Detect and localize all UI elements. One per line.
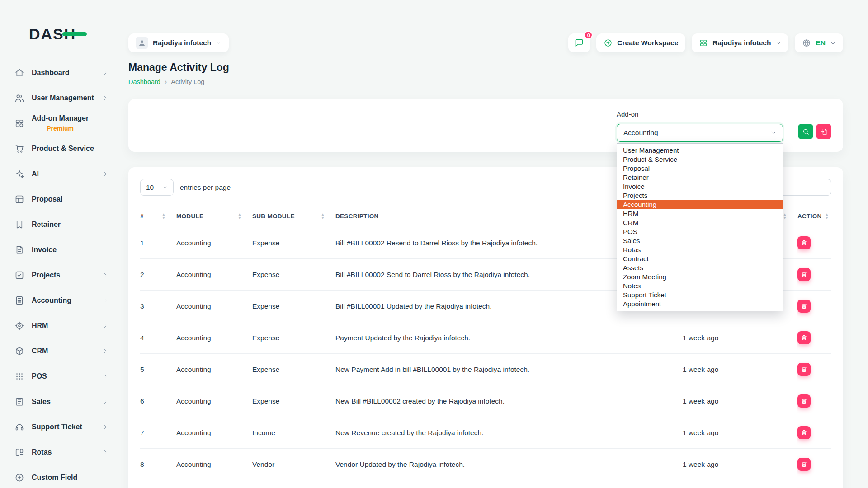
dropdown-option-crm[interactable]: CRM bbox=[617, 218, 783, 227]
rotas-icon bbox=[14, 447, 24, 457]
trash-icon bbox=[801, 239, 807, 246]
dropdown-option-user-management[interactable]: User Management bbox=[617, 146, 783, 155]
delete-activity-button[interactable] bbox=[797, 300, 811, 313]
dropdown-option-pos[interactable]: POS bbox=[617, 227, 783, 236]
app-logo[interactable]: DASH bbox=[29, 25, 76, 43]
search-icon bbox=[802, 128, 810, 136]
sidebar-item-label: Dashboard bbox=[32, 68, 70, 77]
delete-activity-button[interactable] bbox=[797, 268, 811, 281]
dropdown-option-retainer[interactable]: Retainer bbox=[617, 173, 783, 182]
dropdown-option-assets[interactable]: Assets bbox=[617, 263, 783, 272]
chevron-right-icon bbox=[102, 373, 108, 380]
breadcrumb-dashboard-link[interactable]: Dashboard bbox=[128, 78, 160, 85]
column-header-action[interactable]: ACTION▲▼ bbox=[797, 209, 831, 227]
dropdown-option-projects[interactable]: Projects bbox=[617, 191, 783, 200]
sidebar-item-user-management[interactable]: User Management bbox=[0, 85, 118, 111]
module-cell: Accounting bbox=[176, 322, 252, 354]
sort-icon[interactable]: ▲▼ bbox=[825, 213, 829, 220]
sidebar-item-retainer[interactable]: Retainer bbox=[0, 212, 118, 237]
sidebar-item-rotas[interactable]: Rotas bbox=[0, 440, 118, 465]
sidebar-item-product-service[interactable]: Product & Service bbox=[0, 136, 118, 161]
action-cell bbox=[797, 385, 831, 417]
sidebar-item-ai[interactable]: AI bbox=[0, 161, 118, 187]
sidebar-item-invoice[interactable]: Invoice bbox=[0, 237, 118, 263]
description-cell: New Bill #BILL00002 created by the Rajod… bbox=[335, 385, 683, 417]
table-row: 5AccountingExpenseNew Payment Add in bil… bbox=[140, 354, 831, 385]
sidebar-item-accounting[interactable]: Accounting bbox=[0, 288, 118, 313]
dropdown-option-hrm[interactable]: HRM bbox=[617, 209, 783, 218]
sort-icon[interactable]: ▲▼ bbox=[783, 213, 787, 220]
delete-activity-button[interactable] bbox=[797, 394, 811, 408]
workspace-dropdown[interactable]: Rajodiya infotech bbox=[692, 33, 788, 52]
users-icon bbox=[14, 93, 24, 103]
sidebar-item-hrm[interactable]: HRM bbox=[0, 313, 118, 338]
product-service-icon bbox=[14, 144, 24, 154]
sidebar-item-label: AI bbox=[32, 169, 39, 178]
dropdown-option-proposal[interactable]: Proposal bbox=[617, 164, 783, 173]
action-cell bbox=[797, 227, 831, 259]
search-button[interactable] bbox=[798, 124, 813, 139]
sidebar-item-label: Add-on ManagerPremium bbox=[32, 114, 89, 133]
dropdown-option-product-service[interactable]: Product & Service bbox=[617, 155, 783, 164]
create-workspace-button[interactable]: Create Workspace bbox=[596, 33, 685, 52]
dropdown-option-appointment[interactable]: Appointment bbox=[617, 300, 783, 309]
date-cell: 1 week ago bbox=[683, 354, 797, 385]
column-header-label: MODULE bbox=[176, 213, 203, 220]
dropdown-option-invoice[interactable]: Invoice bbox=[617, 182, 783, 191]
sort-icon[interactable]: ▲▼ bbox=[321, 213, 325, 220]
addon-select-value: Accounting bbox=[623, 129, 658, 137]
sidebar-item-projects[interactable]: Projects bbox=[0, 263, 118, 288]
column-header-num[interactable]: #▲▼ bbox=[140, 209, 176, 227]
dropdown-option-accounting[interactable]: Accounting bbox=[617, 200, 783, 209]
sidebar-item-custom-field[interactable]: Custom Field bbox=[0, 465, 118, 488]
dropdown-option-sales[interactable]: Sales bbox=[617, 236, 783, 245]
dropdown-option-notes[interactable]: Notes bbox=[617, 282, 783, 291]
description-cell: New Payment Add in bill #BILL00001 by th… bbox=[335, 354, 683, 385]
sort-icon[interactable]: ▲▼ bbox=[238, 213, 241, 220]
sidebar-item-proposal[interactable]: Proposal bbox=[0, 187, 118, 212]
sidebar-item-pos[interactable]: POS bbox=[0, 364, 118, 389]
chevron-right-icon bbox=[102, 399, 108, 405]
sub-module-cell: Expense bbox=[252, 291, 335, 322]
messages-button[interactable]: 0 bbox=[568, 33, 590, 52]
delete-activity-button[interactable] bbox=[797, 426, 811, 439]
table-row: 8AccountingVendorVendor Updated by the R… bbox=[140, 449, 831, 480]
sidebar-menu: DashboardUser ManagementAdd-on ManagerPr… bbox=[0, 60, 118, 488]
language-dropdown[interactable]: EN bbox=[795, 33, 843, 52]
chevron-down-icon bbox=[770, 130, 776, 136]
breadcrumb-current: Activity Log bbox=[171, 78, 204, 85]
column-header-sub-module[interactable]: SUB MODULE▲▼ bbox=[252, 209, 335, 227]
dropdown-option-rotas[interactable]: Rotas bbox=[617, 245, 783, 254]
sidebar-item-sales[interactable]: Sales bbox=[0, 389, 118, 414]
chevron-right-icon bbox=[102, 348, 108, 354]
delete-activity-button[interactable] bbox=[797, 363, 811, 376]
addon-select[interactable]: Accounting bbox=[617, 124, 783, 142]
addon-label: Add-on bbox=[617, 109, 783, 120]
dropdown-option-contract[interactable]: Contract bbox=[617, 254, 783, 263]
module-cell: Accounting bbox=[176, 291, 252, 322]
sidebar-item-add-on-manager[interactable]: Add-on ManagerPremium bbox=[0, 111, 118, 136]
reset-button[interactable] bbox=[816, 124, 831, 139]
sidebar-item-crm[interactable]: CRM bbox=[0, 338, 118, 364]
dropdown-option-zoom-meeting[interactable]: Zoom Meeting bbox=[617, 272, 783, 282]
delete-activity-button[interactable] bbox=[797, 331, 811, 344]
column-header-label: # bbox=[140, 213, 144, 220]
column-header-module[interactable]: MODULE▲▼ bbox=[176, 209, 252, 227]
row-number: 6 bbox=[140, 385, 176, 417]
entries-per-page-select[interactable]: 10 bbox=[140, 179, 174, 196]
row-number: 1 bbox=[140, 227, 176, 259]
delete-activity-button[interactable] bbox=[797, 458, 811, 471]
sidebar-item-support-ticket[interactable]: Support Ticket bbox=[0, 414, 118, 440]
dropdown-option-support-ticket[interactable]: Support Ticket bbox=[617, 291, 783, 300]
sidebar-item-dashboard[interactable]: Dashboard bbox=[0, 60, 118, 85]
description-cell: New Vendor created by the Rajodiya infot… bbox=[335, 480, 683, 488]
delete-activity-button[interactable] bbox=[797, 236, 811, 249]
sort-icon[interactable]: ▲▼ bbox=[162, 213, 165, 220]
row-number: 3 bbox=[140, 291, 176, 322]
action-cell bbox=[797, 449, 831, 480]
create-workspace-label: Create Workspace bbox=[617, 39, 678, 47]
profile-dropdown[interactable]: Rajodiya infotech bbox=[128, 33, 229, 52]
sidebar-item-label: Retainer bbox=[32, 220, 61, 229]
row-number: 2 bbox=[140, 259, 176, 291]
row-number: 7 bbox=[140, 417, 176, 449]
